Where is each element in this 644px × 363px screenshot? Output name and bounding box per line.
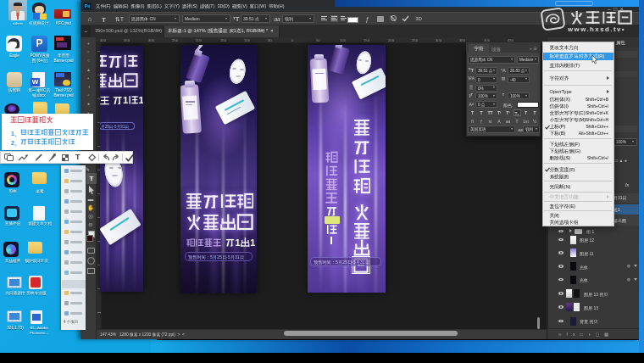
svg-text:1: 1 [250,237,255,248]
svg-text:1: 1 [235,237,240,248]
svg-text:1: 1 [139,95,143,105]
svg-text:1: 1 [123,95,128,105]
